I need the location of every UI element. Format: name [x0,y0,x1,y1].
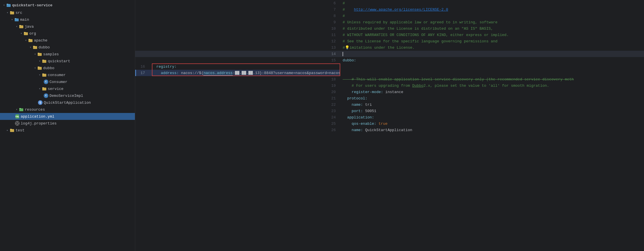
code-line-20: 20 register-mode: instance [135,89,644,95]
line-content-24: application: [340,114,644,120]
quickstart-chevron: ▾ [38,59,41,63]
samples-chevron: ▾ [33,52,37,56]
dubbo-chevron: ▾ [29,46,32,49]
line-num-6: 6 [135,0,340,6]
line-num-14: 14 [135,51,340,57]
code-line-26: 26 name: QuickStartApplication [135,127,644,133]
line-content-17: address: nacos://${nacos.address:██.██.█… [150,70,340,76]
apache-chevron: ▾ [24,39,28,42]
code-line-25: 25 qos-enable: true [135,120,644,127]
line-content-16: registry: [150,63,340,70]
sidebar-item-main[interactable]: ▾ main [0,16,135,23]
samples-folder-icon [37,52,42,56]
demo-service-label: DemoServiceImpl [49,94,83,98]
root-folder-icon [6,3,11,7]
consumer-class-icon: C [44,80,48,84]
src-chevron: ▾ [6,11,9,14]
svg-text:YML: YML [15,116,20,118]
line-content-26: name: QuickStartApplication [340,127,644,133]
log4j-label: log4j.properties [21,121,57,126]
svg-rect-9 [24,32,26,33]
org-chevron: ▾ [20,32,23,35]
line-content-21: protocol: [340,95,644,101]
test-folder-icon [10,128,14,133]
code-line-19: 19 # For users upgrading from Dubbo2.x, … [135,82,644,89]
root-folder[interactable]: ▾ quickstart-service [0,1,135,9]
line-content-23: port: 50051 [340,108,644,114]
line-num-18: 18 [135,76,340,82]
sidebar-item-demo-service[interactable]: C DemoServiceImpl [0,92,135,99]
consumer-class-label: Consumer [49,80,67,84]
sidebar-item-quickstart[interactable]: ▾ quickstart [0,58,135,65]
org-label: org [29,31,36,36]
line-num-9: 9 [135,19,340,25]
svg-rect-7 [19,25,21,26]
code-line-24: 24 application: [135,114,644,120]
line-content-13: #💡imitations under the License. [340,44,644,51]
code-content: 6 # 7 # http://www.apache.org/licenses/L… [135,0,644,133]
line-content-20: register-mode: instance [340,89,644,95]
line-content-14 [340,51,644,57]
sidebar-item-log4j[interactable]: log4j.properties [0,120,135,127]
line-num-15: 15 [135,57,340,63]
file-tree: ▾ quickstart-service ▾ src ▾ main ▾ java [0,0,135,251]
code-line-23: 23 port: 50051 [135,108,644,114]
service-folder-icon [42,86,47,91]
svg-rect-11 [28,39,30,40]
line-num-19: 19 [135,82,340,89]
test-chevron: ▸ [6,129,9,132]
sidebar-item-test[interactable]: ▸ test [0,127,135,134]
code-line-14: 14 [135,51,644,57]
sidebar-item-org[interactable]: ▾ org [0,30,135,37]
line-content-15: dubbo: [340,57,644,63]
main-folder-icon [14,17,19,22]
main-chevron: ▾ [10,18,14,21]
sidebar-item-consumer-class[interactable]: C Consumer [0,78,135,85]
code-line-8: 8 # [135,13,644,19]
dubbo-inner-chevron: ▾ [33,66,37,70]
code-line-18: 18 # This will enable application-level … [135,76,644,82]
apache-folder-icon [28,38,33,43]
root-label: quickstart-service [12,3,52,7]
svg-rect-1 [7,4,8,5]
apache-label: apache [34,38,47,43]
line-num-10: 10 [135,25,340,32]
code-line-6: 6 # [135,0,644,6]
line-num-12: 12 [135,38,340,44]
line-content-25: qos-enable: true [340,120,644,127]
resources-label: resources [25,107,45,112]
root-chevron: ▾ [2,3,6,7]
sidebar-item-consumer-dir[interactable]: ▾ consumer [0,71,135,78]
sidebar-item-samples[interactable]: ▾ samples [0,51,135,58]
sidebar-item-resources[interactable]: ▾ resources [0,106,135,113]
java-label: java [25,24,34,29]
sidebar-item-service-dir[interactable]: ▾ service [0,85,135,92]
java-chevron: ▾ [15,25,18,28]
sidebar-item-quickstart-app[interactable]: Q QuickStartApplication [0,99,135,106]
svg-point-29 [16,122,18,124]
src-folder-icon [10,10,14,15]
line-num-11: 11 [135,32,340,38]
code-line-10: 10 # distributed under the License is di… [135,25,644,32]
svg-rect-3 [10,11,12,12]
test-label: test [16,128,24,133]
quickstart-label: quickstart [48,59,70,63]
line-num-7: 7 [135,6,340,13]
line-num-23: 23 [135,108,340,114]
sidebar-item-dubbo[interactable]: ▾ dubbo [0,44,135,51]
line-num-13: 13 [135,44,340,51]
java-folder-icon [19,24,24,29]
line-num-17: 17 [135,70,150,76]
code-line-11: 11 # WITHOUT WARRANTIES OR CONDITIONS OF… [135,32,644,38]
sidebar-item-apache[interactable]: ▾ apache [0,37,135,44]
sidebar-item-application-yml[interactable]: YML application.yml [0,113,135,120]
line-num-25: 25 [135,120,340,127]
demo-service-icon: C [44,93,48,98]
sidebar-item-src[interactable]: ▾ src [0,9,135,16]
sidebar-item-dubbo-inner[interactable]: ▾ dubbo [0,65,135,71]
line-num-8: 8 [135,13,340,19]
sidebar-item-java[interactable]: ▾ java [0,23,135,30]
code-line-7: 7 # http://www.apache.org/licenses/LICEN… [135,6,644,13]
code-line-21: 21 protocol: [135,95,644,101]
line-num-22: 22 [135,101,340,108]
